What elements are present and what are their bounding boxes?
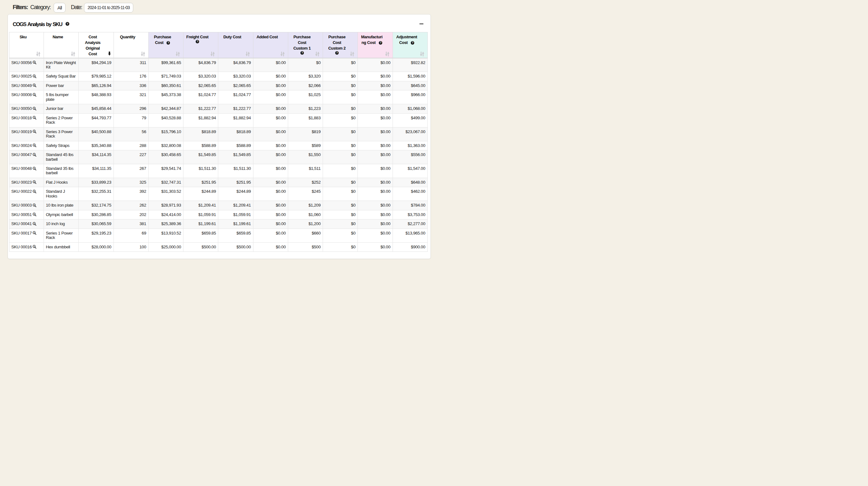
svg-text:$: $ [34,190,35,193]
svg-text:$: $ [34,61,35,63]
svg-text:?: ? [380,41,381,44]
svg-text:$: $ [34,232,35,234]
svg-text:$: $ [34,213,35,216]
svg-text:$: $ [34,84,35,86]
svg-text:$: $ [34,93,35,96]
svg-text:?: ? [197,40,198,43]
svg-text:$: $ [34,130,35,133]
svg-text:$: $ [34,181,35,183]
svg-text:$: $ [34,116,35,119]
svg-text:$: $ [34,153,35,155]
svg-text:?: ? [301,52,303,55]
svg-text:?: ? [336,52,338,55]
svg-text:$: $ [34,222,35,225]
svg-text:$: $ [34,167,35,169]
svg-text:$: $ [34,204,35,206]
svg-text:?: ? [167,41,169,44]
svg-text:$: $ [34,75,35,77]
svg-text:$: $ [34,144,35,146]
svg-text:$: $ [34,107,35,109]
svg-text:?: ? [412,41,413,44]
svg-text:?: ? [66,22,68,25]
